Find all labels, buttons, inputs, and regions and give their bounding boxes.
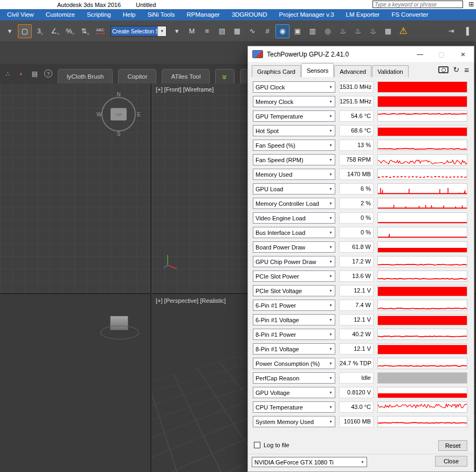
toolbar-tab[interactable]: lyCloth Brush <box>58 69 113 84</box>
sensor-select[interactable]: System Memory Used <box>253 416 335 427</box>
sensor-select[interactable]: 8-Pin #1 Power <box>253 329 335 340</box>
schematic-view-icon[interactable]: # <box>260 24 274 38</box>
tab[interactable]: Sensors <box>301 63 334 77</box>
menu-item[interactable]: Civil View <box>1 9 40 20</box>
sensor-select[interactable]: GPU Load <box>253 183 335 195</box>
gpu-device-select[interactable]: NVIDIA GeForce GTX 1080 Ti <box>252 457 367 467</box>
sensor-select[interactable]: GPU Voltage <box>253 387 335 398</box>
menu-item[interactable]: FS Converter <box>385 9 434 20</box>
menu-item[interactable]: 3DGROUND <box>226 9 273 20</box>
spinner-snap-icon[interactable]: ⇅ <box>78 24 92 38</box>
refresh-icon[interactable]: ↻ <box>453 65 460 74</box>
viewport-left[interactable] <box>0 294 151 472</box>
mirror-icon[interactable]: M <box>185 24 199 38</box>
sensor-label: Video Engine Load <box>253 215 327 221</box>
max-titlebar[interactable]: Autodesk 3ds Max 2016 Untitled ⊞ <box>0 0 476 9</box>
render-globe-icon[interactable]: ◎ <box>321 24 335 38</box>
sensor-select[interactable]: 8-Pin #1 Voltage <box>253 343 335 355</box>
sensor-graph <box>377 183 467 195</box>
menu-item[interactable]: Help <box>117 9 142 20</box>
render-iterative-teapot-icon[interactable]: ♨ <box>351 24 365 38</box>
track-dots-icon[interactable]: ∴ <box>2 68 14 80</box>
curve-editor-icon[interactable]: ∿ <box>245 24 259 38</box>
tab[interactable]: Graphics Card <box>252 65 301 77</box>
viewport-perspective-label[interactable]: [+] [Perspective] [Realistic] <box>156 297 226 304</box>
menu-item[interactable]: SiNi Tools <box>141 9 181 20</box>
select-flyout-icon[interactable]: ▾ <box>3 24 17 38</box>
named-selection-set-combo[interactable]: Create Selection Se <box>111 26 167 37</box>
sensor-select[interactable]: CPU Temperature <box>253 401 335 413</box>
help-circle-icon[interactable]: ? <box>42 68 54 80</box>
tab[interactable]: Advanced <box>334 65 371 77</box>
log-to-file-row[interactable]: Log to file <box>254 442 289 448</box>
apps-grid-icon[interactable]: ⊞ <box>468 0 474 9</box>
align-icon[interactable]: ≡ <box>200 24 214 38</box>
sensor-select[interactable]: PCIe Slot Power <box>253 270 335 282</box>
selection-set-flyout-icon[interactable]: ▾ <box>170 24 184 38</box>
spheres-pair-icon[interactable]: ◐ <box>15 68 27 80</box>
checker-icon[interactable]: ▩ <box>381 24 395 38</box>
viewport-front-label[interactable]: [+] [Front] [Wireframe] <box>156 86 213 93</box>
sensor-graph <box>377 343 467 355</box>
toolbar-tab[interactable]: Copitor <box>118 69 156 84</box>
tab[interactable]: Validation <box>372 65 409 77</box>
search-input[interactable] <box>373 2 463 8</box>
panel-toggle-icon[interactable]: ▐ <box>459 24 473 38</box>
sensor-select[interactable]: 6-Pin #1 Power <box>253 300 335 311</box>
viewport-top[interactable]: N S W E TOP <box>0 83 151 294</box>
sensor-select[interactable]: Bus Interface Load <box>253 227 335 238</box>
sensor-select[interactable]: GPU Chip Power Draw <box>253 256 335 267</box>
viewcube-face[interactable]: TOP <box>111 108 127 121</box>
sensor-select[interactable]: Power Consumption (%) <box>253 358 335 369</box>
named-selection-sets-icon[interactable]: ABC <box>93 24 107 38</box>
activeshade-teapot-icon[interactable]: ♨ <box>366 24 380 38</box>
close-button[interactable]: Close <box>435 456 467 467</box>
clone-layers-icon[interactable]: ▤ <box>29 68 41 80</box>
layer-manager-icon[interactable]: ▤ <box>215 24 229 38</box>
render-production-teapot-icon[interactable]: ♨ <box>336 24 350 38</box>
scene-explorer-icon[interactable]: ▦ <box>230 24 244 38</box>
snap-toggle-3d-icon[interactable]: 3 <box>33 24 47 38</box>
sensor-select[interactable]: Memory Used <box>253 169 335 180</box>
sensor-select[interactable]: Fan Speed (%) <box>253 140 335 151</box>
log-checkbox[interactable] <box>254 442 260 448</box>
menu-item[interactable]: Customize <box>40 9 81 20</box>
sensor-row: GPU Chip Power Draw 17.2 W <box>248 254 474 269</box>
menu-item[interactable]: RPManager <box>181 9 225 20</box>
percent-snap-icon[interactable]: % <box>63 24 77 38</box>
minimize-button[interactable]: — <box>409 46 431 62</box>
rendered-frame-icon[interactable]: ▥ <box>306 24 320 38</box>
toolbar-tab[interactable]: ATiles Tool <box>162 69 210 84</box>
material-editor-icon[interactable]: ◉ <box>275 24 289 38</box>
sensor-select[interactable]: Memory Controller Load <box>253 198 335 209</box>
sensor-select[interactable]: PerfCap Reason <box>253 372 335 384</box>
close-icon[interactable]: × <box>452 46 474 62</box>
menu-item[interactable]: Project Manager v.3 <box>273 9 340 20</box>
sensor-select[interactable]: Board Power Draw <box>253 241 335 253</box>
sensor-select[interactable]: Video Engine Load <box>253 212 335 224</box>
viewcube-compass[interactable]: N S W E TOP <box>98 93 140 135</box>
select-object-icon[interactable]: ▢ <box>18 24 32 38</box>
hamburger-menu-icon[interactable]: ≡ <box>464 65 469 74</box>
menu-item[interactable]: LM Exporter <box>340 9 386 20</box>
maximize-button[interactable]: ▢ <box>431 46 452 62</box>
dock-ui-icon[interactable]: ⇥ <box>444 24 458 38</box>
angle-snap-icon[interactable]: ∠ <box>48 24 62 38</box>
render-setup-icon[interactable]: ▣ <box>291 24 305 38</box>
device-name: NVIDIA GeForce GTX 1080 Ti <box>252 459 358 466</box>
warning-icon[interactable]: ⚠ <box>396 24 410 38</box>
sensor-graph <box>377 154 467 165</box>
sensor-select[interactable]: Hot Spot <box>253 125 335 136</box>
sensor-select[interactable]: Memory Clock <box>253 96 335 107</box>
reset-button[interactable]: Reset <box>438 440 467 451</box>
screenshot-camera-icon[interactable] <box>438 66 449 73</box>
sensor-label: 6-Pin #1 Power <box>253 302 327 309</box>
expand-toolbar-button[interactable]: » <box>215 69 234 84</box>
gpuz-titlebar[interactable]: TechPowerUp GPU-Z 2.41.0 — ▢ × <box>248 46 474 62</box>
sensor-select[interactable]: GPU Clock <box>253 81 335 93</box>
sensor-select[interactable]: GPU Temperature <box>253 110 335 122</box>
sensor-select[interactable]: 6-Pin #1 Voltage <box>253 314 335 325</box>
sensor-select[interactable]: Fan Speed (RPM) <box>253 154 335 165</box>
menu-item[interactable]: Scripting <box>81 9 117 20</box>
sensor-select[interactable]: PCIe Slot Voltage <box>253 285 335 296</box>
